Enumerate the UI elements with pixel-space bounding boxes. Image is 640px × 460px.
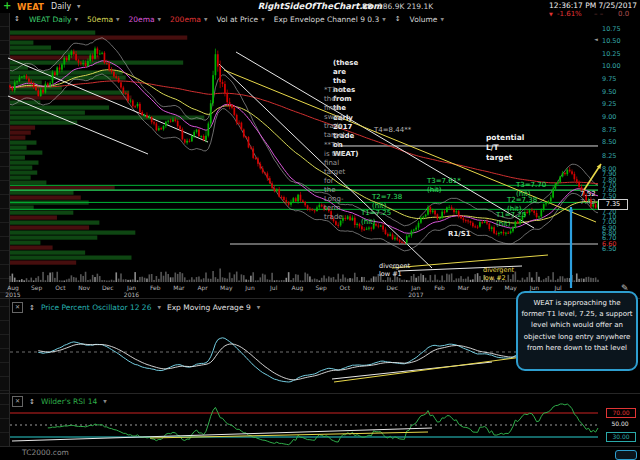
time-axis-tick: Aug 2015 <box>1 285 25 298</box>
price-axis-tick: 10.00 <box>602 63 621 70</box>
pane-resize-icon[interactable]: ↕ <box>29 304 35 312</box>
time-axis-tick: Jan 2016 <box>120 285 144 298</box>
indicator-value-chip: 70.00 <box>606 408 636 418</box>
time-axis-tick: Aug <box>285 285 309 292</box>
note-callout[interactable]: WEAT is approaching the former T1 level,… <box>516 291 638 371</box>
chart-annotation: T1=7.25 (hit) <box>496 211 526 229</box>
chart-annotation: R1/S1 <box>448 230 471 239</box>
chevron-down-icon[interactable]: ▼ <box>103 399 106 404</box>
price-axis-tick: 10.50 <box>602 38 621 45</box>
ppo-overlay-title[interactable]: Exp Moving Average 9 <box>167 303 251 312</box>
price-axis-tick: 9.75 <box>602 76 616 83</box>
time-axis-tick: Sep <box>309 285 333 292</box>
time-axis-tick: Jan 2017 <box>404 285 428 298</box>
ppo-panel-header: ✕ ↕ Price Percent Oscillator 12 26 ▼ Exp… <box>12 302 260 313</box>
indicator-value-chip: 50.00 <box>606 420 634 428</box>
chevron-down-icon[interactable]: ▼ <box>257 305 260 310</box>
close-icon[interactable]: ✕ <box>12 302 23 313</box>
chart-annotation: 7.42 <box>580 198 596 207</box>
chart-annotation: T3=7.61* (hit) <box>427 177 461 195</box>
price-axis-tick: 8.50 <box>602 139 616 146</box>
time-axis-tick: Nov <box>72 285 96 292</box>
price-axis-tick: 9.25 <box>602 101 616 108</box>
time-axis-tick: May <box>214 285 238 292</box>
panel-divider[interactable] <box>0 446 640 447</box>
indicator-value-chip: 30.00 <box>606 432 636 442</box>
time-axis-tick: Sep <box>25 285 49 292</box>
time-axis-tick: Jul <box>262 285 286 292</box>
chart-annotation: *T3 is the final swing trade target **T4… <box>324 86 345 222</box>
time-axis-tick: Oct <box>333 285 357 292</box>
price-axis-tick: 8.75 <box>602 127 616 134</box>
chart-annotation: divergent low #1 <box>379 262 410 279</box>
last-price-marker: 7.35 <box>598 199 628 210</box>
pane-resize-icon[interactable]: ↕ <box>29 398 35 406</box>
tc2000-window: + WEAT Daily ▼ RightSideOfTheChart.com 8… <box>0 0 640 460</box>
rsi-panel-header: ✕ ↕ Wilder's RSI 14 ▼ <box>12 396 107 407</box>
time-axis-tick: Mar <box>167 285 191 292</box>
time-axis-tick: Jun <box>238 285 262 292</box>
panel-divider[interactable] <box>0 393 640 394</box>
time-axis-tick: Mar <box>451 285 475 292</box>
ppo-title[interactable]: Price Percent Oscillator 12 26 <box>41 303 152 312</box>
price-axis-tick: 9.50 <box>602 89 616 96</box>
time-axis-tick: May <box>499 285 523 292</box>
time-axis-tick: Nov <box>357 285 381 292</box>
time-axis-tick: Feb <box>428 285 452 292</box>
tc2000-brand: TC2000.com <box>22 448 69 457</box>
price-axis-tick: 8.25 <box>602 153 616 160</box>
time-axis-tick: Apr <box>191 285 215 292</box>
time-axis-tick: Dec <box>380 285 404 292</box>
price-axis-tick: 10.25 <box>602 51 621 58</box>
chart-annotation: T4=8.44** <box>374 126 411 135</box>
chart-annotation: divergent low #2 <box>483 266 514 283</box>
price-axis-tick: 10.75 <box>602 26 621 33</box>
chart-annotation: ◄ <box>594 36 598 43</box>
price-axis-tick: 6.50 <box>602 246 616 253</box>
chart-annotation: potential L/T target <box>486 133 524 162</box>
time-axis-tick: Feb <box>143 285 167 292</box>
corner-widget[interactable] <box>615 450 637 460</box>
price-axis-tick: 9.00 <box>602 114 616 121</box>
chevron-down-icon[interactable]: ▼ <box>157 305 160 310</box>
main-chart-canvas[interactable] <box>0 0 640 460</box>
rsi-title[interactable]: Wilder's RSI 14 <box>41 397 97 406</box>
time-axis-tick: Apr <box>475 285 499 292</box>
time-axis-tick: Oct <box>48 285 72 292</box>
chart-annotation: T1=7.25 (hit) <box>361 209 391 227</box>
time-axis-tick: Dec <box>96 285 120 292</box>
close-icon[interactable]: ✕ <box>12 396 23 407</box>
